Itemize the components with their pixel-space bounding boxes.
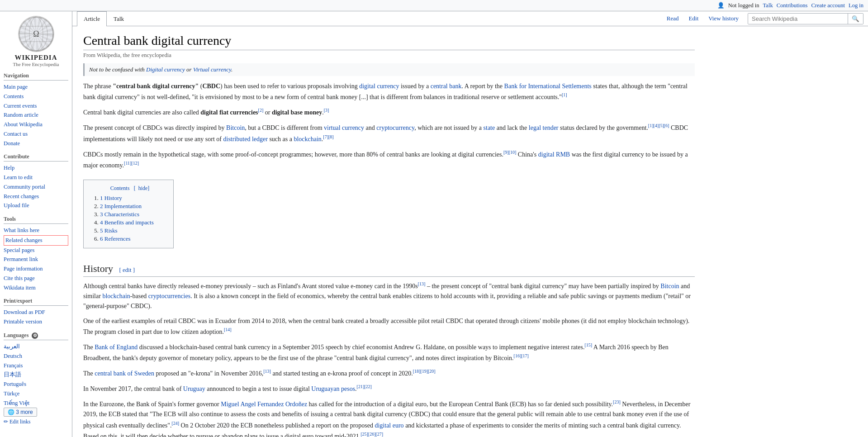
toc-link-risks[interactable]: 5 Risks: [100, 227, 118, 234]
virtual-currency-link[interactable]: Virtual currency: [193, 66, 231, 73]
link-miguel-angel[interactable]: Miguel Angel Fernandez Ordoñez: [221, 401, 307, 408]
toc-link-characteristics[interactable]: 3 Characteristics: [100, 211, 139, 218]
sidebar-item-related-changes[interactable]: Related changes: [4, 235, 68, 246]
sidebar-item-cite-this-page[interactable]: Cite this page: [4, 274, 68, 283]
link-bis[interactable]: Bank for International Settlements: [504, 83, 592, 90]
link-cryptocurrency[interactable]: cryptocurrency: [376, 124, 414, 131]
sidebar-item-help[interactable]: Help: [4, 163, 68, 173]
sidebar-item-learn-to-edit[interactable]: Learn to edit: [4, 173, 68, 182]
sidebar-item-permanent-link[interactable]: Permanent link: [4, 255, 68, 264]
sidebar-item-download-pdf[interactable]: Download as PDF: [4, 308, 68, 317]
history-para-6: In the Eurozone, the Bank of Spain's for…: [83, 399, 695, 437]
sidebar-item-main-page[interactable]: Main page: [4, 82, 68, 92]
toc-list: 1 History 2 Implementation 3 Characteris…: [91, 195, 166, 242]
sidebar-item-japanese[interactable]: 日本語: [4, 370, 68, 380]
create-account-link[interactable]: Create account: [811, 2, 845, 9]
tab-read[interactable]: Read: [662, 11, 683, 26]
link-blockchain-based[interactable]: blockchain: [102, 293, 130, 299]
not-logged-in: Not logged in: [728, 2, 759, 9]
link-uruguay[interactable]: Uruguay: [183, 385, 205, 392]
edit-links-button[interactable]: ✏ Edit links: [4, 418, 68, 425]
talk-link[interactable]: Talk: [763, 2, 773, 9]
sidebar-item-francais[interactable]: Français: [4, 361, 68, 370]
link-legal-tender[interactable]: legal tender: [529, 124, 559, 131]
link-digital-euro[interactable]: digital euro: [375, 422, 403, 428]
svg-point-0: [19, 17, 53, 51]
toc-link-implementation[interactable]: 2 Implementation: [100, 203, 142, 209]
sidebar-item-portugues[interactable]: Português: [4, 380, 68, 389]
tab-talk[interactable]: Talk: [107, 11, 131, 26]
intro-para-1: The phrase "central bank digital currenc…: [83, 81, 695, 102]
link-bank-of-england[interactable]: Bank of England: [95, 344, 138, 351]
tab-edit[interactable]: Edit: [684, 11, 703, 26]
sidebar-item-wikidata-item[interactable]: Wikidata item: [4, 283, 68, 293]
link-blockchain[interactable]: blockchain: [294, 135, 321, 142]
search-button[interactable]: 🔍: [848, 14, 863, 24]
tab-view-history[interactable]: View history: [704, 11, 743, 26]
sidebar-item-special-pages[interactable]: Special pages: [4, 246, 68, 255]
sidebar-item-contact[interactable]: Contact us: [4, 129, 68, 139]
languages-title: Languages ⚙: [4, 332, 68, 340]
search-input[interactable]: [748, 14, 848, 24]
languages-section: Languages ⚙ العربية Deutsch Français 日本語…: [4, 332, 68, 426]
history-section-title: History [ edit ]: [83, 263, 695, 277]
languages-settings-icon[interactable]: ⚙: [32, 332, 38, 339]
wiki-subtitle: The Free Encyclopedia: [4, 62, 68, 67]
contributions-link[interactable]: Contributions: [777, 2, 808, 9]
link-state[interactable]: state: [484, 124, 495, 131]
sidebar-item-about[interactable]: About Wikipedia: [4, 120, 68, 129]
link-cryptocurrencies-history[interactable]: cryptocurrencies: [148, 293, 190, 299]
history-para-1: Although central banks have directly rel…: [83, 280, 695, 312]
toc-item-1: 1 History: [100, 195, 166, 202]
sidebar: Ω Wikipedia The Free Encyclopedia Naviga…: [0, 11, 72, 437]
sidebar-item-current-events[interactable]: Current events: [4, 101, 68, 111]
link-distributed-ledger[interactable]: distributed ledger: [223, 135, 268, 142]
link-central-bank[interactable]: central bank: [431, 83, 462, 90]
link-central-bank-sweden[interactable]: central bank of Sweden: [95, 370, 154, 377]
history-para-2: One of the earliest examples of retail C…: [83, 316, 695, 337]
sidebar-item-contents[interactable]: Contents: [4, 92, 68, 101]
sidebar-item-random-article[interactable]: Random article: [4, 110, 68, 120]
svg-text:Ω: Ω: [33, 29, 39, 38]
sidebar-item-printable-version[interactable]: Printable version: [4, 317, 68, 327]
content-area: Article Talk Read Edit View history 🔍 Ce…: [72, 11, 868, 437]
toc-hide-button[interactable]: [hide]: [134, 185, 150, 191]
print-section: Print/export Download as PDF Printable v…: [4, 298, 68, 327]
toc-link-benefits[interactable]: 4 Benefits and impacts: [100, 219, 154, 226]
toc-title: Contents [hide]: [91, 185, 166, 192]
sidebar-item-what-links-here[interactable]: What links here: [4, 226, 68, 235]
wiki-logo: Ω Wikipedia The Free Encyclopedia: [4, 16, 68, 67]
sidebar-item-community-portal[interactable]: Community portal: [4, 182, 68, 192]
article-tabs: Article Talk Read Edit View history 🔍: [72, 11, 868, 26]
link-digital-currency[interactable]: digital currency: [359, 83, 399, 90]
link-uruguayan-pesos[interactable]: Uruguayan pesos: [311, 385, 355, 392]
sidebar-item-deutsch[interactable]: Deutsch: [4, 352, 68, 361]
sidebar-item-turkce[interactable]: Türkçe: [4, 389, 68, 399]
link-bitcoin[interactable]: Bitcoin: [226, 124, 245, 131]
link-bitcoin-history[interactable]: Bitcoin: [660, 282, 679, 289]
sidebar-item-arabic[interactable]: العربية: [4, 342, 68, 352]
sidebar-item-upload-file[interactable]: Upload file: [4, 201, 68, 210]
from-wikipedia: From Wikipedia, the free encyclopedia: [83, 52, 695, 59]
history-edit-link[interactable]: [ edit ]: [119, 266, 135, 273]
top-bar: 👤 Not logged in Talk Contributions Creat…: [0, 0, 868, 11]
toc-item-2: 2 Implementation: [100, 203, 166, 210]
svg-point-2: [25, 17, 47, 51]
digital-currency-link[interactable]: Digital currency: [146, 66, 185, 73]
tools-title: Tools: [4, 216, 68, 224]
tab-article[interactable]: Article: [77, 11, 107, 26]
sidebar-item-recent-changes[interactable]: Recent changes: [4, 192, 68, 201]
globe-icon: Ω: [18, 16, 54, 52]
print-title: Print/export: [4, 298, 68, 306]
log-in-link[interactable]: Log in: [849, 2, 863, 9]
three-more-button[interactable]: 🌐 3 more: [4, 408, 37, 417]
history-para-4: The central bank of Sweden proposed an "…: [83, 368, 695, 379]
toc-link-references[interactable]: 6 References: [100, 235, 131, 242]
sidebar-item-page-information[interactable]: Page information: [4, 264, 68, 274]
link-digital-rmb[interactable]: digital RMB: [538, 151, 570, 157]
sidebar-item-tieng-viet[interactable]: Tiếng Việt: [4, 399, 68, 408]
sidebar-item-donate[interactable]: Donate: [4, 139, 68, 148]
toc-link-history[interactable]: 1 History: [100, 195, 122, 201]
link-virtual-currency[interactable]: virtual currency: [324, 124, 364, 131]
history-para-5: In November 2017, the central bank of Ur…: [83, 383, 695, 394]
